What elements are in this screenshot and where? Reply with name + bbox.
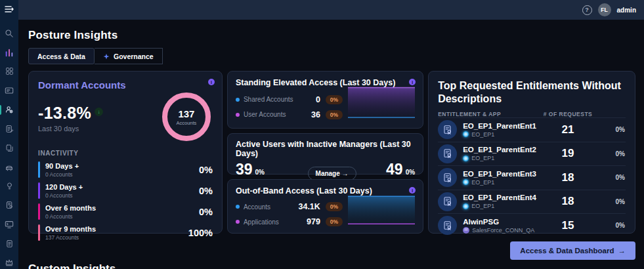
inactivity-row: 120 Days + 0 Accounts 0% — [38, 182, 213, 199]
inactivity-label-text: 120 Days + — [45, 183, 199, 191]
inactivity-pct: 0% — [199, 207, 213, 217]
row-color-bar — [38, 161, 40, 178]
inactivity-row: 90 Days + 0 Accounts 0% — [38, 161, 213, 178]
legend-value: 36 — [311, 110, 320, 119]
entitlement-row[interactable]: EO_EP1_ParentEnt4 EO_EP1 18 0% — [438, 190, 626, 214]
pct-badge: 0% — [326, 95, 343, 104]
posture-insights-app: ? FL admin Posture Insights Access & Dat… — [0, 0, 644, 269]
analytics-logo-icon[interactable] — [0, 46, 18, 58]
top-requested-entitlements-card: Top Requested Entitlements Without Descr… — [428, 71, 635, 234]
app-icon — [463, 131, 469, 137]
entitlement-row[interactable]: EO_EP1_ParentEnt2 EO_EP1 19 0% — [438, 142, 626, 166]
app-icon — [463, 203, 469, 209]
request-pct: 0% — [599, 126, 626, 133]
dashboard-icon[interactable] — [0, 65, 18, 77]
menu-expand-icon[interactable] — [0, 3, 18, 15]
tab-governance[interactable]: Governance — [95, 48, 163, 64]
app-name: EO_EP1 — [471, 203, 494, 209]
app-name: EO_EP1 — [471, 155, 494, 161]
access-data-dashboard-button[interactable]: Access & Data Dashboard → — [510, 241, 635, 260]
inactivity-label-text: Over 9 months — [45, 225, 188, 233]
legend-row: Shared Accounts 0 0% — [236, 95, 343, 104]
table-header: ENTITLEMENT & APP # OF REQUESTS — [438, 111, 626, 117]
arrow-right-icon: → — [342, 170, 349, 177]
request-count: 18 — [536, 171, 599, 184]
trend-value: -13.8% — [38, 104, 91, 123]
tab-bar: Access & Data Governance — [28, 48, 635, 64]
legend-label: Applications — [244, 218, 307, 226]
info-icon[interactable]: i — [208, 79, 215, 85]
legend-label: Accounts — [244, 203, 299, 211]
standing-area-chart — [348, 85, 415, 120]
oob-area-chart — [348, 194, 415, 226]
row-color-bar — [38, 224, 40, 241]
legend-row: Applications 979 0% — [236, 217, 343, 226]
insight-icon[interactable] — [0, 180, 18, 192]
legend-row: Accounts 34.1K 0% — [236, 202, 343, 211]
dormant-accounts-title: Dormant Accounts — [38, 79, 213, 91]
active-users-card: Active Users with Inactive Managers (Las… — [227, 133, 423, 175]
inactivity-sub-text: 137 Accounts — [45, 234, 188, 241]
top-header: ? FL admin — [18, 0, 644, 20]
footer-actions: Access & Data Dashboard → — [28, 241, 635, 260]
document-edit-icon[interactable] — [0, 123, 18, 135]
entitlement-row[interactable]: EO_EP1_ParentEnt1 EO_EP1 21 0% — [438, 117, 626, 142]
app-name: EO_EP1 — [471, 131, 494, 138]
top-requested-title: Top Requested Entitlements Without Descr… — [438, 79, 626, 106]
salesforce-app-icon: FF — [463, 227, 469, 234]
inactivity-label-text: 90 Days + — [45, 162, 199, 170]
manage-button[interactable]: Manage → — [308, 167, 356, 180]
middle-cards-column: Standing Elevated Access (Last 30 Days) … — [227, 71, 423, 234]
legend-dot — [236, 113, 240, 117]
inactivity-label-text: Over 6 months — [45, 204, 199, 212]
donut-value: 137 — [178, 108, 194, 119]
col-num-requests: # OF REQUESTS — [536, 111, 599, 117]
avatar[interactable]: FL — [598, 3, 611, 16]
tab-access-data-label: Access & Data — [37, 52, 85, 60]
entitlement-row[interactable]: AlwinPSG FF SalesForce_CONN_QA 15 0% — [438, 213, 626, 238]
username-label[interactable]: admin — [617, 7, 636, 14]
active-users-value: 49 — [386, 161, 403, 178]
inactivity-sub-text: 0 Accounts — [45, 213, 199, 220]
entitlement-name: EO_EP1_ParentEnt1 — [463, 122, 536, 130]
request-count: 21 — [536, 123, 599, 136]
request-pct: 0% — [599, 150, 626, 157]
dormant-accounts-card: Dormant Accounts i -13.8% ↓ Last 30 days… — [28, 71, 223, 234]
help-icon[interactable]: ? — [582, 5, 592, 15]
copy-icon[interactable] — [0, 142, 18, 154]
active-users-title: Active Users with Inactive Managers (Las… — [236, 140, 415, 158]
inactivity-pct: 100% — [188, 228, 213, 238]
entitlement-icon — [438, 192, 457, 211]
legend-value: 0 — [316, 95, 320, 104]
entitlement-icon — [438, 144, 457, 163]
sidebar — [0, 0, 18, 269]
file-badge-icon[interactable] — [0, 199, 18, 211]
search-icon[interactable] — [0, 27, 18, 39]
activity-icon[interactable] — [0, 161, 18, 173]
request-count: 15 — [536, 219, 599, 232]
crown-icon[interactable] — [0, 257, 18, 269]
inactive-managers-pct: 0% — [255, 169, 265, 176]
terminal-icon[interactable] — [0, 218, 18, 231]
entitlement-name: EO_EP1_ParentEnt2 — [463, 146, 536, 154]
identity-icon[interactable] — [0, 104, 18, 116]
tab-access-data[interactable]: Access & Data — [28, 48, 95, 64]
accounts-donut-chart: 137 Accounts — [162, 93, 211, 141]
manage-button-label: Manage — [316, 170, 340, 177]
col-entitlement-app: ENTITLEMENT & APP — [438, 111, 536, 117]
entitlement-row[interactable]: EO_EP1_ParentEnt3 EO_EP1 18 0% — [438, 165, 626, 190]
inactivity-sub-text: 0 Accounts — [45, 171, 199, 178]
out-of-band-access-card: Out-of-Band Access (Last 30 Days) i Acco… — [227, 179, 423, 234]
arrow-right-icon: → — [618, 247, 626, 255]
app-icon — [463, 179, 469, 185]
document-icon[interactable] — [0, 238, 18, 250]
legend-value: 979 — [307, 217, 320, 226]
entitlement-name: EO_EP1_ParentEnt4 — [463, 194, 536, 201]
request-pct: 0% — [599, 222, 626, 229]
donut-label: Accounts — [177, 120, 197, 126]
entitlement-icon — [438, 216, 457, 235]
card-icon[interactable] — [0, 85, 18, 97]
standing-elevated-access-card: Standing Elevated Access (Last 30 Days) … — [227, 71, 423, 129]
legend-dot — [236, 220, 240, 224]
app-name: EO_EP1 — [471, 179, 494, 186]
